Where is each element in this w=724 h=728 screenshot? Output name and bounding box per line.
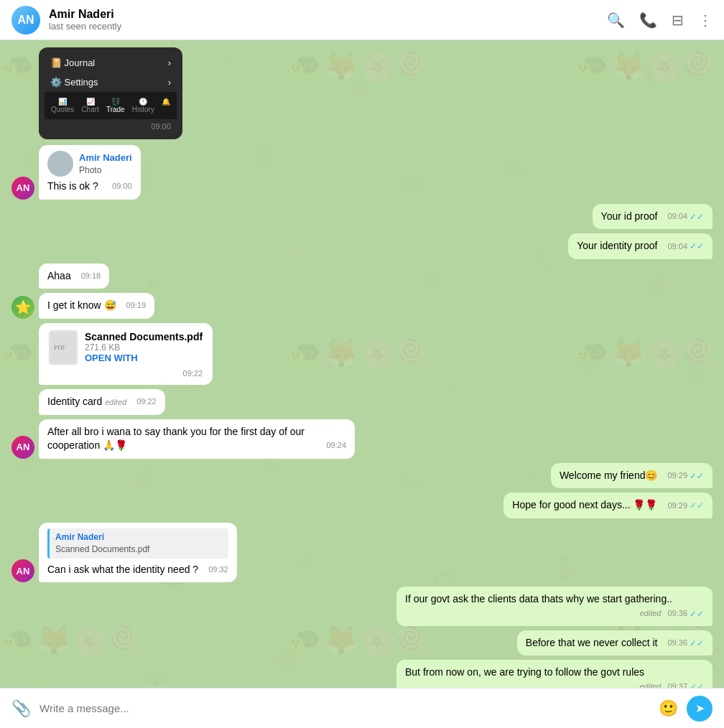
screenshot-tabs: 📊 Quotes 📈 Chart 💱 Trade 🕐 <box>45 92 177 119</box>
doc-meta: 09:22 <box>49 369 203 378</box>
tab-trade: 💱 Trade <box>106 98 125 113</box>
message-meta: 09:04 ✓✓ <box>663 241 704 253</box>
column-icon[interactable]: ⊟ <box>672 11 684 29</box>
edited-label: edited <box>639 608 661 619</box>
message-meta: 09:32 <box>204 564 228 575</box>
contact-status: last seen recently <box>49 21 607 32</box>
message-bubble: But from now on, we are trying to follow… <box>396 660 713 688</box>
open-with-button[interactable]: OPEN WITH <box>85 353 203 363</box>
tab-bell: 🔔 <box>162 98 170 113</box>
sender-avatar <box>47 151 73 177</box>
avatar: AN <box>11 6 40 34</box>
message-row: Scanned Documents.pdf 271.6 KB OPEN WITH… <box>11 323 713 385</box>
menu-item-settings: ⚙️ Settings › <box>45 73 177 92</box>
message-time: 09:19 <box>126 300 147 311</box>
message-text: Your identity proof <box>577 240 657 251</box>
message-meta: 09:22 <box>132 396 157 407</box>
call-icon[interactable]: 📞 <box>639 11 657 29</box>
message-meta: edited 09:37 ✓✓ <box>639 681 704 688</box>
message-bubble: Welcome my friend😊 09:29 ✓✓ <box>551 463 713 489</box>
message-text: After all bro i wana to say thank you fo… <box>47 426 305 452</box>
document-thumbnail <box>49 330 78 365</box>
read-receipt: ✓✓ <box>690 470 704 482</box>
message-meta: 09:00 <box>108 181 132 192</box>
avatar: ⭐ <box>11 296 34 319</box>
read-receipt: ✓✓ <box>690 638 704 650</box>
document-bubble: Scanned Documents.pdf 271.6 KB OPEN WITH… <box>39 323 213 385</box>
message-text: I get it know 😅 <box>47 299 116 311</box>
search-icon[interactable]: 🔍 <box>607 11 625 29</box>
message-text: If our govt ask the clients data thats w… <box>405 593 672 605</box>
message-row: If our govt ask the clients data thats w… <box>11 587 713 625</box>
message-row: Hope for good next days... 🌹🌹 09:29 ✓✓ <box>11 493 713 518</box>
screenshot-time: 09:00 <box>45 119 177 134</box>
message-bubble: Identity card edited 09:22 <box>39 389 165 415</box>
message-meta: 09:18 <box>77 271 101 281</box>
message-meta: 09:29 ✓✓ <box>663 470 704 482</box>
document-info: Scanned Documents.pdf 271.6 KB OPEN WITH <box>85 331 203 363</box>
message-time: 09:36 <box>667 638 687 648</box>
message-row: Welcome my friend😊 09:29 ✓✓ <box>11 463 713 489</box>
message-row: But from now on, we are trying to follow… <box>11 660 713 688</box>
message-bubble: Your identity proof 09:04 ✓✓ <box>568 233 713 259</box>
send-icon: ➤ <box>695 701 705 715</box>
avatar: AN <box>11 436 34 459</box>
emoji-icon[interactable]: 🙂 <box>659 699 678 718</box>
message-input[interactable] <box>40 702 650 714</box>
menu-item-journal: 📔 Journal › <box>45 53 177 73</box>
message-row: Identity card edited 09:22 <box>11 389 713 415</box>
message-subtype: Photo <box>79 164 132 177</box>
message-row: Your identity proof 09:04 ✓✓ <box>11 233 713 259</box>
chat-header: AN Amir Naderi last seen recently 🔍 📞 ⊟ … <box>0 0 724 40</box>
message-row: Your id proof 09:04 ✓✓ <box>11 204 713 230</box>
tab-chart: 📈 Chart <box>81 98 98 113</box>
read-receipt: ✓✓ <box>690 211 704 223</box>
document-header: Scanned Documents.pdf 271.6 KB OPEN WITH <box>49 330 203 365</box>
message-time: 09:22 <box>136 396 157 407</box>
message-time: 09:04 <box>667 211 687 222</box>
message-text: Your id proof <box>601 210 658 222</box>
message-time: 09:00 <box>112 181 132 192</box>
message-bubble: Amir Naderi Scanned Documents.pdf Can i … <box>39 523 237 582</box>
edited-label: edited <box>639 681 661 688</box>
message-sender-header: Amir Naderi Photo <box>47 151 132 177</box>
message-bubble: Your id proof 09:04 ✓✓ <box>593 204 713 230</box>
chat-area: 🐢 🌸 🍭 🦊 ⭐ 🍦 🐧 🌻 🍎 🐸 🦋 🌺 🐰 🌙 🐠 🍄 🌈 🦜 🍓 🐙 … <box>0 40 724 688</box>
message-bubble: After all bro i wana to say thank you fo… <box>39 419 355 459</box>
message-bubble: Hope for good next days... 🌹🌹 09:29 ✓✓ <box>503 493 713 518</box>
reply-quote: Amir Naderi Scanned Documents.pdf <box>47 528 228 559</box>
screenshot-bubble: 📔 Journal › ⚙️ Settings › 📊 Quotes 📈 <box>39 47 182 139</box>
message-row: AN Amir Naderi Photo This is ok ? 09:00 <box>11 145 713 200</box>
message-time: 09:29 <box>667 500 687 511</box>
reply-text: Scanned Documents.pdf <box>55 543 223 556</box>
message-time: 09:04 <box>667 241 687 252</box>
message-row: Ahaa 09:18 <box>11 263 713 289</box>
message-bubble: I get it know 😅 09:19 <box>39 293 154 319</box>
message-time: 09:32 <box>208 564 228 575</box>
sender-name: Amir Naderi <box>79 151 132 164</box>
message-time: 09:24 <box>326 440 346 451</box>
message-meta: 09:19 <box>122 300 147 311</box>
read-receipt: ✓✓ <box>690 500 704 512</box>
message-time: 09:29 <box>667 470 687 481</box>
send-button[interactable]: ➤ <box>687 696 713 722</box>
message-row: AN Amir Naderi Scanned Documents.pdf Can… <box>11 523 713 582</box>
more-icon[interactable]: ⋮ <box>698 11 713 29</box>
avatar: AN <box>11 177 34 200</box>
attach-icon[interactable]: 📎 <box>11 699 31 718</box>
read-receipt: ✓✓ <box>690 608 704 620</box>
messages-list: 📔 Journal › ⚙️ Settings › 📊 Quotes 📈 <box>11 47 713 688</box>
message-row: ⭐ I get it know 😅 09:19 <box>11 293 713 319</box>
contact-name: Amir Naderi <box>49 8 607 21</box>
read-receipt: ✓✓ <box>690 241 704 253</box>
header-actions: 🔍 📞 ⊟ ⋮ <box>607 11 713 29</box>
message-time: 09:37 <box>667 681 687 688</box>
message-row: AN After all bro i wana to say thank you… <box>11 419 713 459</box>
message-text: This is ok ? <box>47 180 98 192</box>
message-meta: 09:04 ✓✓ <box>663 211 704 223</box>
message-bubble: Ahaa 09:18 <box>39 263 109 289</box>
message-time: 09:36 <box>667 608 687 619</box>
message-row: Before that we never collect it 09:36 ✓✓ <box>11 630 713 656</box>
message-time: 09:22 <box>183 369 203 378</box>
edited-label: edited <box>105 398 126 406</box>
